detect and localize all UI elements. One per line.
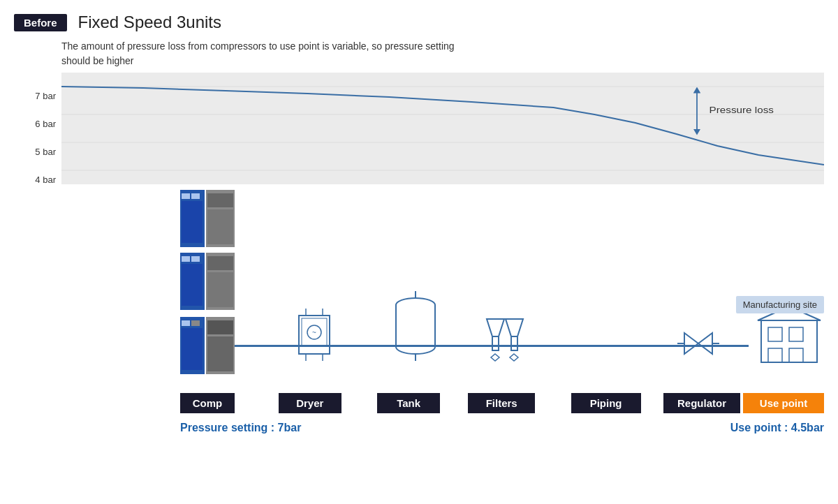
svg-text:~: ~	[312, 329, 316, 336]
svg-rect-25	[207, 336, 233, 371]
filters-icon	[483, 316, 539, 367]
svg-rect-56	[789, 327, 803, 341]
svg-text:Pressure loss: Pressure loss	[710, 105, 774, 115]
comp-label: Comp	[180, 393, 235, 413]
svg-rect-19	[182, 264, 203, 306]
svg-rect-17	[207, 256, 233, 270]
piping-label: Piping	[571, 393, 641, 413]
manufacturing-site-badge: Manufacturing site	[736, 296, 824, 313]
svg-rect-10	[207, 193, 233, 207]
comp-unit-3	[180, 317, 235, 377]
svg-marker-46	[506, 319, 523, 336]
svg-rect-11	[207, 209, 233, 244]
y-label-7: 7 bar	[14, 91, 56, 101]
y-label-6: 6 bar	[14, 119, 56, 129]
svg-rect-9	[191, 193, 200, 199]
svg-marker-50	[684, 333, 698, 354]
svg-rect-18	[207, 272, 233, 307]
before-badge: Before	[14, 14, 67, 31]
svg-rect-58	[789, 348, 803, 362]
svg-rect-12	[182, 201, 203, 243]
svg-rect-45	[492, 336, 499, 350]
y-label-5: 5 bar	[14, 147, 56, 157]
y-label-4: 4 bar	[14, 175, 56, 185]
use-point-icon	[754, 306, 824, 372]
comp-unit-2	[180, 253, 235, 313]
svg-marker-48	[491, 354, 499, 361]
footer: Pressure setting : 7bar Use point : 4.5b…	[14, 422, 824, 434]
svg-rect-24	[207, 320, 233, 334]
svg-rect-15	[182, 256, 190, 262]
header: Before Fixed Speed 3units	[0, 0, 838, 39]
pressure-setting: Pressure setting : 7bar	[180, 422, 301, 434]
svg-rect-16	[191, 256, 200, 262]
dryer-icon: ~	[293, 309, 335, 364]
page-title: Fixed Speed 3units	[78, 13, 221, 32]
svg-rect-23	[191, 320, 200, 326]
svg-rect-26	[182, 328, 203, 370]
svg-rect-22	[182, 320, 190, 326]
chart-desc-line2: should be higher	[61, 55, 134, 66]
svg-marker-44	[487, 319, 504, 336]
svg-rect-8	[182, 193, 190, 199]
filters-label: Filters	[468, 393, 535, 413]
svg-rect-55	[768, 327, 782, 341]
svg-rect-57	[768, 348, 782, 362]
regulator-label: Regulator	[663, 393, 740, 413]
svg-rect-47	[511, 336, 517, 350]
tank-label: Tank	[377, 393, 440, 413]
svg-marker-51	[698, 333, 712, 354]
chart-desc-line1: The amount of pressure loss from compres…	[61, 40, 455, 52]
chart-svg: Pressure loss	[61, 73, 824, 184]
tank-icon	[391, 291, 440, 364]
use-point-label: Use point	[743, 393, 824, 413]
comp-unit-1	[180, 190, 235, 250]
svg-marker-49	[510, 354, 518, 361]
use-point-value: Use point : 4.5bar	[730, 422, 824, 434]
pipeline	[235, 345, 749, 347]
svg-rect-39	[396, 305, 435, 347]
dryer-label: Dryer	[279, 393, 341, 413]
labels-bar: Comp Dryer Tank Filters Piping Regulator	[180, 393, 824, 413]
